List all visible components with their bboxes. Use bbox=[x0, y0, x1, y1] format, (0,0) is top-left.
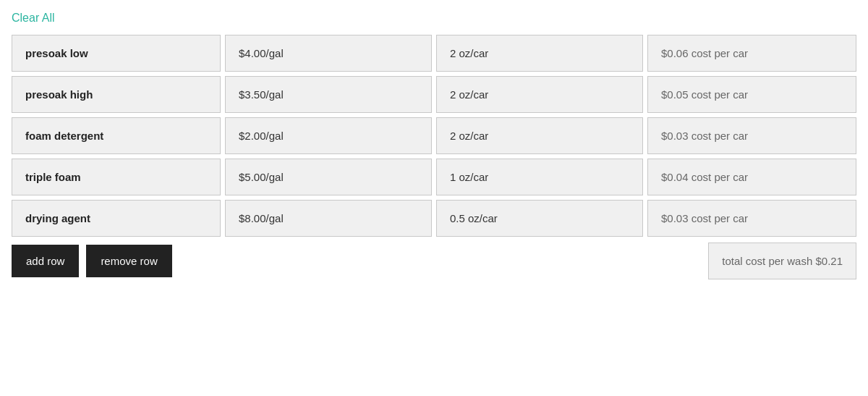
chemical-name-cell: foam detergent bbox=[12, 117, 221, 154]
chemical-usage-cell[interactable]: 2 oz/car bbox=[436, 117, 643, 154]
total-cost-display: total cost per wash $0.21 bbox=[708, 243, 856, 279]
footer-buttons: add row remove row bbox=[12, 245, 172, 277]
chemical-name-cell: presoak low bbox=[12, 35, 221, 72]
table-row: presoak low$4.00/gal2 oz/car$0.06 cost p… bbox=[12, 35, 856, 72]
chemical-name-cell: triple foam bbox=[12, 159, 221, 195]
chemical-price-cell[interactable]: $4.00/gal bbox=[225, 35, 432, 72]
chemical-cost-cell: $0.03 cost per car bbox=[647, 200, 856, 237]
add-row-button[interactable]: add row bbox=[12, 245, 79, 277]
chemical-price-cell[interactable]: $2.00/gal bbox=[225, 117, 432, 154]
table-footer: add row remove row total cost per wash $… bbox=[12, 243, 856, 279]
chemical-cost-cell: $0.06 cost per car bbox=[647, 35, 856, 72]
chemical-name-cell: presoak high bbox=[12, 76, 221, 113]
table-row: presoak high$3.50/gal2 oz/car$0.05 cost … bbox=[12, 76, 856, 113]
table-row: drying agent$8.00/gal0.5 oz/car$0.03 cos… bbox=[12, 200, 856, 237]
chemical-usage-cell[interactable]: 0.5 oz/car bbox=[436, 200, 643, 237]
chemical-table: presoak low$4.00/gal2 oz/car$0.06 cost p… bbox=[12, 35, 856, 237]
chemical-cost-cell: $0.04 cost per car bbox=[647, 159, 856, 195]
clear-all-button[interactable]: Clear All bbox=[12, 12, 55, 25]
chemical-price-cell[interactable]: $3.50/gal bbox=[225, 76, 432, 113]
chemical-price-cell[interactable]: $5.00/gal bbox=[225, 159, 432, 195]
chemical-usage-cell[interactable]: 2 oz/car bbox=[436, 76, 643, 113]
chemical-name-cell: drying agent bbox=[12, 200, 221, 237]
chemical-cost-cell: $0.05 cost per car bbox=[647, 76, 856, 113]
chemical-usage-cell[interactable]: 1 oz/car bbox=[436, 159, 643, 195]
chemical-cost-cell: $0.03 cost per car bbox=[647, 117, 856, 154]
remove-row-button[interactable]: remove row bbox=[86, 245, 171, 277]
table-row: triple foam$5.00/gal1 oz/car$0.04 cost p… bbox=[12, 159, 856, 195]
table-row: foam detergent$2.00/gal2 oz/car$0.03 cos… bbox=[12, 117, 856, 154]
chemical-price-cell[interactable]: $8.00/gal bbox=[225, 200, 432, 237]
chemical-usage-cell[interactable]: 2 oz/car bbox=[436, 35, 643, 72]
